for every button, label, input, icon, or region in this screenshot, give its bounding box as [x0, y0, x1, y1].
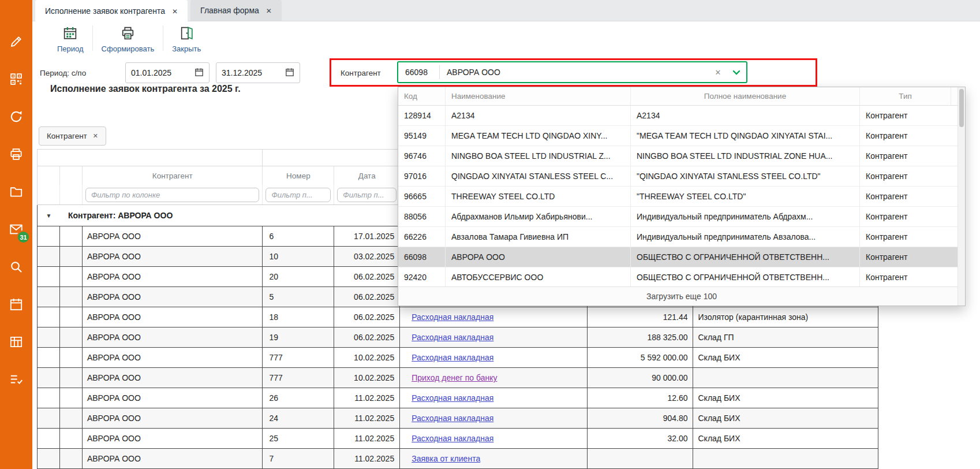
- cell-number: 26: [263, 388, 334, 408]
- document-link[interactable]: Расходная накладная: [412, 353, 493, 362]
- calendar-icon[interactable]: [8, 296, 24, 312]
- dropdown-row[interactable]: 88056 Абдрахманов Ильмир Хабирьянови... …: [398, 207, 965, 227]
- date-to-input[interactable]: 31.12.2025: [216, 62, 300, 83]
- number-filter-input[interactable]: [265, 188, 331, 202]
- cell-type: Контрагент: [860, 166, 951, 186]
- dropdown-row[interactable]: 66098 АВРОРА ООО ОБЩЕСТВО С ОГРАНИЧЕННОЙ…: [398, 247, 965, 267]
- cell-date: 17.01.2025: [334, 226, 400, 246]
- cell-counterparty: АВРОРА ООО: [83, 287, 263, 307]
- column-header-number[interactable]: Номер: [263, 166, 334, 185]
- table-row[interactable]: АВРОРА ООО 24 11.02.2025 Расходная накла…: [37, 408, 878, 429]
- date-to-value: 31.12.2025: [222, 68, 262, 77]
- cell-type: Контрагент: [860, 146, 951, 166]
- cell-name: Абдрахманов Ильмир Хабирьянови...: [446, 207, 631, 226]
- generate-button[interactable]: Сформировать: [93, 21, 163, 56]
- refresh-icon[interactable]: [8, 109, 24, 125]
- calendar-icon[interactable]: [194, 68, 204, 79]
- dropdown-row[interactable]: 96665 THREEWAY STEEL CO.LTD "THREEWAY ST…: [398, 187, 965, 207]
- period-button[interactable]: Период: [48, 21, 92, 56]
- period-button-label: Период: [57, 44, 84, 53]
- qr-code-icon[interactable]: [8, 71, 24, 87]
- cell-type: Контрагент: [860, 247, 951, 267]
- table-row[interactable]: АВРОРА ООО 7 11.02.2025 Заявка от клиент…: [37, 449, 878, 469]
- cell-type: Контрагент: [860, 106, 951, 125]
- table-row[interactable]: АВРОРА ООО 25 11.02.2025 Расходная накла…: [37, 429, 878, 449]
- document-link[interactable]: Приход денег по банку: [412, 373, 497, 382]
- cell-counterparty: АВРОРА ООО: [83, 327, 263, 347]
- cell-name: Авзалова Тамара Гивиевна ИП: [446, 227, 631, 247]
- cell-date: 06.02.2025: [334, 327, 400, 347]
- cell-name: NINGBO BOA STEEL LTD INDUSTRIAL Z...: [446, 146, 631, 166]
- date-from-value: 01.01.2025: [131, 68, 171, 77]
- dropdown-row[interactable]: 97016 QINGDAO XINYATAI STANLESS STEEL C.…: [398, 166, 965, 187]
- dropdown-row[interactable]: 92420 АВТОБУССЕРВИС ООО ОБЩЕСТВО С ОГРАН…: [398, 267, 965, 286]
- cell-counterparty: АВРОРА ООО: [83, 247, 263, 266]
- cell-amount: 12.60: [588, 388, 694, 408]
- printer-icon[interactable]: [8, 146, 24, 162]
- cell-counterparty: АВРОРА ООО: [83, 449, 263, 468]
- close-form-button-label: Закрыть: [172, 44, 201, 53]
- tab-main-form[interactable]: Главная форма ✕: [190, 0, 282, 21]
- cell-amount: 32.00: [588, 429, 694, 448]
- table-row[interactable]: АВРОРА ООО 777 10.02.2025 Расходная накл…: [37, 348, 878, 368]
- date-filter-input[interactable]: [337, 188, 397, 202]
- cell-fullname: "THREEWAY STEEL CO.LTD": [631, 187, 860, 206]
- cell-code: 92420: [398, 267, 446, 286]
- cell-amount: [588, 449, 694, 468]
- table-row[interactable]: АВРОРА ООО 19 06.02.2025 Расходная накла…: [37, 327, 878, 348]
- dropdown-row[interactable]: 128914 A2134 A2134 Контрагент: [398, 106, 965, 126]
- calendar-icon: [62, 25, 78, 43]
- counterparty-filter-input[interactable]: [85, 188, 260, 202]
- table-row[interactable]: АВРОРА ООО 18 06.02.2025 Расходная накла…: [37, 307, 878, 327]
- date-from-input[interactable]: 01.01.2025: [125, 62, 210, 83]
- cell-number: 6: [263, 226, 334, 246]
- pencil-icon[interactable]: [8, 34, 24, 50]
- collapse-triangle-icon[interactable]: ▼: [38, 213, 60, 219]
- table-row[interactable]: АВРОРА ООО 26 11.02.2025 Расходная накла…: [37, 388, 878, 408]
- close-icon[interactable]: ✕: [266, 6, 272, 15]
- load-more-button[interactable]: Загрузить еще 100: [398, 286, 965, 306]
- scrollbar-thumb[interactable]: [959, 89, 964, 127]
- remove-tag-icon[interactable]: ✕: [93, 132, 98, 140]
- cell-date: 11.02.2025: [334, 388, 400, 408]
- cell-fullname: NINGBO BOA STEEL LTD INDUSTRIAL ZONE HUA…: [631, 146, 860, 166]
- cell-date: 03.02.2025: [334, 247, 400, 266]
- cell-date: 11.02.2025: [334, 408, 400, 428]
- close-icon[interactable]: ✕: [172, 7, 178, 16]
- clear-icon[interactable]: ✕: [709, 68, 727, 77]
- cell-warehouse: Изолятор (карантинная зона): [693, 307, 878, 327]
- document-link[interactable]: Расходная накладная: [412, 393, 493, 403]
- table-row[interactable]: АВРОРА ООО 777 10.02.2025 Приход денег п…: [37, 368, 878, 388]
- dropdown-scrollbar[interactable]: [957, 87, 965, 306]
- document-link[interactable]: Расходная накладная: [412, 312, 493, 322]
- document-link[interactable]: Расходная накладная: [412, 333, 493, 342]
- calendar-icon[interactable]: [285, 68, 294, 79]
- cell-code: 96746: [398, 146, 446, 166]
- cell-number: 18: [263, 307, 334, 327]
- cell-code: 97016: [398, 166, 446, 186]
- counterparty-combobox[interactable]: 66098 АВРОРА ООО ✕: [397, 61, 747, 83]
- column-header-counterparty[interactable]: Контрагент: [83, 166, 263, 185]
- cell-date: 11.02.2025: [334, 449, 400, 468]
- cell-counterparty: АВРОРА ООО: [83, 368, 263, 388]
- column-header-date[interactable]: Дата: [334, 166, 400, 185]
- tasks-icon[interactable]: [8, 371, 24, 388]
- search-icon[interactable]: [8, 259, 24, 275]
- tab-report[interactable]: Исполнение заявок контрагента ✕: [35, 0, 188, 22]
- dropdown-row[interactable]: 95149 MEGA TEAM TECH LTD QINGDAO XINY...…: [398, 126, 965, 146]
- document-link[interactable]: Заявка от клиента: [412, 454, 480, 463]
- mail-icon[interactable]: 31: [8, 221, 24, 237]
- dropdown-row[interactable]: 96746 NINGBO BOA STEEL LTD INDUSTRIAL Z.…: [398, 146, 965, 166]
- counterparty-code: 66098: [398, 65, 440, 79]
- cell-type: Контрагент: [860, 126, 951, 146]
- group-label: Контрагент: АВРОРА ООО: [60, 211, 173, 220]
- chevron-down-icon[interactable]: [727, 70, 746, 75]
- cell-warehouse: [693, 368, 878, 388]
- folder-icon[interactable]: [8, 184, 24, 200]
- table-icon[interactable]: [8, 334, 24, 350]
- close-form-button[interactable]: Закрыть: [163, 21, 210, 56]
- dropdown-row[interactable]: 66226 Авзалова Тамара Гивиевна ИП Индиви…: [398, 227, 965, 247]
- filter-tag-counterparty[interactable]: Контрагент ✕: [39, 126, 106, 146]
- document-link[interactable]: Расходная накладная: [412, 414, 493, 423]
- document-link[interactable]: Расходная накладная: [412, 434, 493, 443]
